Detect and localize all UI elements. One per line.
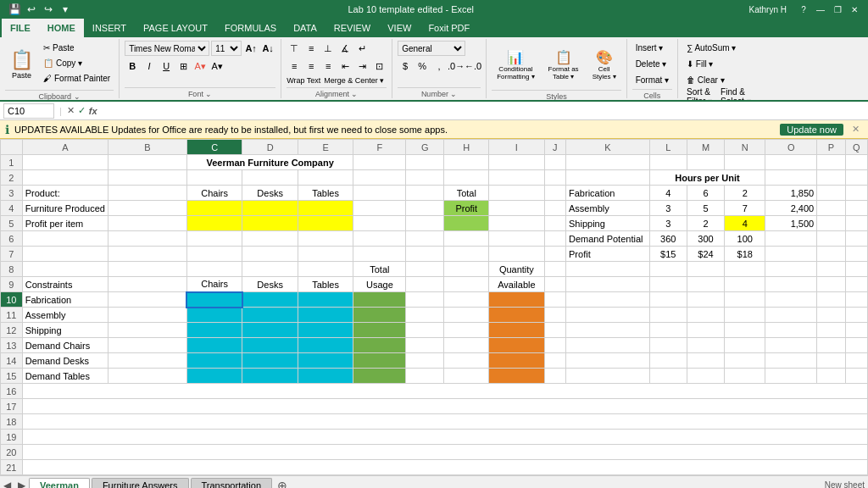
cell-C14[interactable] — [186, 353, 242, 369]
format-as-table-btn[interactable]: 📋 Format as Table ▾ — [543, 41, 584, 88]
cell-N9[interactable] — [725, 277, 765, 292]
cell-Q9[interactable] — [845, 277, 867, 292]
cell-F11[interactable] — [353, 308, 406, 323]
cell-E4[interactable] — [298, 201, 353, 216]
wrap-text-btn[interactable]: ↵ — [354, 41, 370, 56]
cell-P3[interactable] — [817, 186, 845, 201]
fill-color-button[interactable]: A▾ — [192, 58, 208, 74]
cell-J13[interactable] — [544, 338, 566, 353]
cell-K5[interactable]: Shipping — [566, 216, 650, 231]
cell-I3[interactable] — [489, 186, 544, 201]
cell-C3[interactable]: Chairs — [186, 186, 242, 201]
cell-styles-btn[interactable]: 🎨 Cell Styles ▾ — [587, 41, 621, 88]
cell-E6[interactable] — [298, 231, 353, 247]
col-header-N[interactable]: N — [725, 140, 765, 155]
notification-close-btn[interactable]: ✕ — [849, 124, 863, 135]
col-header-A[interactable]: A — [22, 140, 108, 155]
row-header-10[interactable]: 10 — [1, 292, 23, 308]
cell-E8[interactable] — [298, 262, 353, 277]
col-header-H[interactable]: H — [444, 140, 489, 155]
cell-O10[interactable] — [765, 292, 817, 308]
cell-N14[interactable] — [725, 353, 765, 369]
sheet-scroll-right-btn[interactable]: ▶ — [14, 480, 29, 489]
cell-G3[interactable] — [406, 186, 444, 201]
cell-H15[interactable] — [444, 369, 489, 384]
cell-P11[interactable] — [817, 308, 845, 323]
cell-N6[interactable]: 100 — [725, 231, 765, 247]
merge-btn[interactable]: ⊡ — [371, 58, 387, 74]
cell-F1[interactable] — [353, 155, 406, 170]
row-header-11[interactable]: 11 — [1, 308, 23, 323]
cell-A15[interactable]: Demand Tables — [22, 369, 108, 384]
cell-B14[interactable] — [108, 353, 186, 369]
cell-K13[interactable] — [566, 338, 650, 353]
cell-K3[interactable]: Fabrication — [566, 186, 650, 201]
insert-btn[interactable]: Insert ▾ — [632, 41, 667, 55]
border-button[interactable]: ⊞ — [175, 58, 191, 74]
cell-D7[interactable] — [242, 247, 298, 262]
tab-data[interactable]: DATA — [285, 19, 326, 37]
cell-D8[interactable] — [242, 262, 298, 277]
cell-E9[interactable]: Tables — [298, 277, 353, 292]
cell-L12[interactable] — [649, 323, 687, 338]
merge-center-label[interactable]: Merge & Center ▾ — [324, 76, 384, 85]
cell-P14[interactable] — [817, 353, 845, 369]
cell-F3[interactable] — [353, 186, 406, 201]
cell-J1[interactable] — [544, 155, 566, 170]
cell-H2[interactable] — [444, 170, 489, 186]
cell-B9[interactable] — [108, 277, 186, 292]
cell-M12[interactable] — [687, 323, 724, 338]
cell-F15[interactable] — [353, 369, 406, 384]
tab-review[interactable]: REVIEW — [326, 19, 379, 37]
cell-A10[interactable]: Fabrication — [22, 292, 108, 308]
cell-K6[interactable]: Demand Potential — [566, 231, 650, 247]
sheet-wrapper[interactable]: A B C D E F G H I J K L M N O P Q — [0, 139, 868, 475]
cell-J6[interactable] — [544, 231, 566, 247]
cell-C13[interactable] — [186, 338, 242, 353]
cell-G7[interactable] — [406, 247, 444, 262]
cell-F14[interactable] — [353, 353, 406, 369]
cell-I2[interactable] — [489, 170, 544, 186]
cell-F2[interactable] — [353, 170, 406, 186]
top-align-btn[interactable]: ⊤ — [287, 41, 302, 56]
cell-Q14[interactable] — [845, 353, 867, 369]
cell-H14[interactable] — [444, 353, 489, 369]
row-header-17[interactable]: 17 — [1, 399, 23, 414]
cell-C5[interactable] — [186, 216, 242, 231]
underline-button[interactable]: U — [159, 58, 174, 74]
cell-O9[interactable] — [765, 277, 817, 292]
cell-C2[interactable] — [186, 170, 242, 186]
cell-D3[interactable]: Desks — [242, 186, 298, 201]
row-header-14[interactable]: 14 — [1, 353, 23, 369]
row-header-20[interactable]: 20 — [1, 445, 23, 460]
cell-I8[interactable]: Quantity — [489, 262, 544, 277]
cell-L9[interactable] — [649, 277, 687, 292]
cell-D11[interactable] — [242, 308, 298, 323]
cell-H6[interactable] — [444, 231, 489, 247]
cell-K12[interactable] — [566, 323, 650, 338]
cell-O11[interactable] — [765, 308, 817, 323]
col-header-K[interactable]: K — [566, 140, 650, 155]
cell-I6[interactable] — [489, 231, 544, 247]
cell-G5[interactable] — [406, 216, 444, 231]
row-header-3[interactable]: 3 — [1, 186, 23, 201]
tab-file[interactable]: FILE — [2, 19, 39, 37]
col-header-C[interactable]: C — [186, 140, 242, 155]
decrease-decimal-btn[interactable]: .0→ — [448, 58, 464, 74]
help-btn[interactable]: ? — [797, 3, 810, 16]
cell-F10[interactable] — [353, 292, 406, 308]
cell-P4[interactable] — [817, 201, 845, 216]
cell-C15[interactable] — [186, 369, 242, 384]
cell-B6[interactable] — [108, 231, 186, 247]
cell-P1[interactable] — [817, 155, 845, 170]
decrease-font-btn[interactable]: A↓ — [260, 41, 275, 56]
cell-P15[interactable] — [817, 369, 845, 384]
font-family-select[interactable]: Times New Roma — [125, 41, 209, 56]
cell-B4[interactable] — [108, 201, 186, 216]
col-header-D[interactable]: D — [242, 140, 298, 155]
cell-P10[interactable] — [817, 292, 845, 308]
cell-E10[interactable] — [298, 292, 353, 308]
cell-O3[interactable]: 1,850 — [765, 186, 817, 201]
cell-K1[interactable] — [566, 155, 650, 170]
cell-Q2[interactable] — [845, 170, 867, 186]
